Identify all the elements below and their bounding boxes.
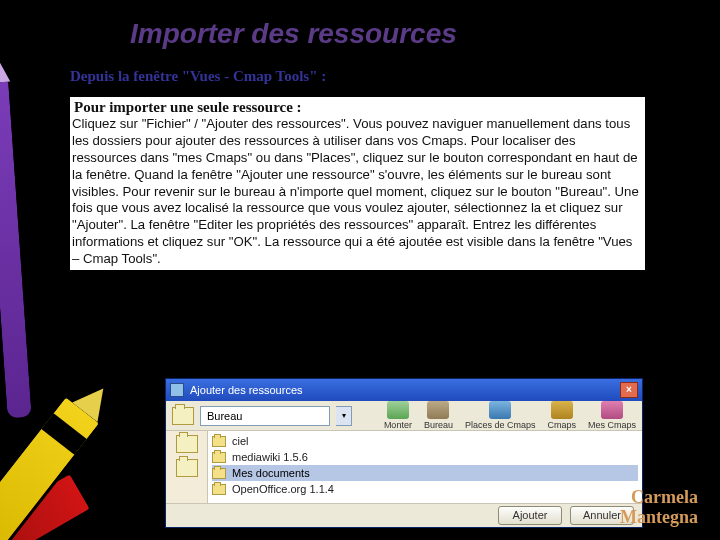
list-item[interactable]: mediawiki 1.5.6	[212, 449, 638, 465]
file-label: ciel	[232, 435, 249, 447]
body-block: Pour importer une seule ressource : Cliq…	[70, 97, 645, 270]
list-item[interactable]: OpenOffice.org 1.1.4	[212, 481, 638, 497]
slide-content: Importer des ressources Depuis la fenêtr…	[70, 18, 670, 270]
mes-label: Mes Cmaps	[588, 420, 636, 430]
mes-cmaps-icon	[601, 401, 623, 419]
crayon-purple	[0, 79, 34, 420]
close-icon[interactable]: ×	[620, 382, 638, 398]
folder-icon	[172, 407, 194, 425]
file-label: OpenOffice.org 1.1.4	[232, 483, 334, 495]
subtitle-action: Pour importer une seule ressource :	[72, 99, 304, 115]
page-title: Importer des ressources	[130, 18, 670, 50]
folder-icon	[212, 484, 226, 495]
folder-icon	[212, 452, 226, 463]
up-button[interactable]: Monter	[384, 401, 412, 430]
author-credit: CarmelaMantegna	[620, 488, 698, 528]
side-shortcut-bar	[166, 431, 208, 503]
cmaps-label: Cmaps	[547, 420, 576, 430]
add-button[interactable]: Ajouter	[498, 506, 562, 525]
cmaps-button[interactable]: Cmaps	[547, 401, 576, 430]
places-button[interactable]: Places de Cmaps	[465, 401, 536, 430]
mes-cmaps-button[interactable]: Mes Cmaps	[588, 401, 636, 430]
chevron-down-icon[interactable]: ▾	[336, 406, 352, 426]
subtitle-window: Depuis la fenêtre "Vues - Cmap Tools" :	[70, 68, 670, 85]
list-item-selected[interactable]: Mes documents	[212, 465, 638, 481]
up-label: Monter	[384, 420, 412, 430]
folder-icon[interactable]	[176, 459, 198, 477]
app-icon	[170, 383, 184, 397]
folder-icon	[212, 468, 226, 479]
desktop-button[interactable]: Bureau	[424, 401, 453, 430]
cmaps-icon	[551, 401, 573, 419]
list-item[interactable]: ciel	[212, 433, 638, 449]
dialog-button-row: Ajouter Annuler	[166, 503, 642, 527]
file-label: Mes documents	[232, 467, 310, 479]
location-toolbar: Bureau ▾ Monter Bureau Places de Cmaps C…	[166, 401, 642, 431]
arrow-up-icon	[387, 401, 409, 419]
dialog-titlebar[interactable]: Ajouter des ressources ×	[166, 379, 642, 401]
file-area: ciel mediawiki 1.5.6 Mes documents OpenO…	[166, 431, 642, 503]
toolbar-icons: Monter Bureau Places de Cmaps Cmaps Mes …	[384, 401, 636, 430]
body-text: Cliquez sur "Fichier" / "Ajouter des res…	[72, 116, 643, 268]
file-list[interactable]: ciel mediawiki 1.5.6 Mes documents OpenO…	[208, 431, 642, 503]
dialog-title: Ajouter des ressources	[190, 384, 620, 396]
add-resources-dialog: Ajouter des ressources × Bureau ▾ Monter…	[165, 378, 643, 528]
location-field[interactable]: Bureau	[200, 406, 330, 426]
globe-icon	[489, 401, 511, 419]
file-label: mediawiki 1.5.6	[232, 451, 308, 463]
folder-icon[interactable]	[176, 435, 198, 453]
desktop-icon	[427, 401, 449, 419]
desktop-label: Bureau	[424, 420, 453, 430]
places-label: Places de Cmaps	[465, 420, 536, 430]
folder-icon	[212, 436, 226, 447]
